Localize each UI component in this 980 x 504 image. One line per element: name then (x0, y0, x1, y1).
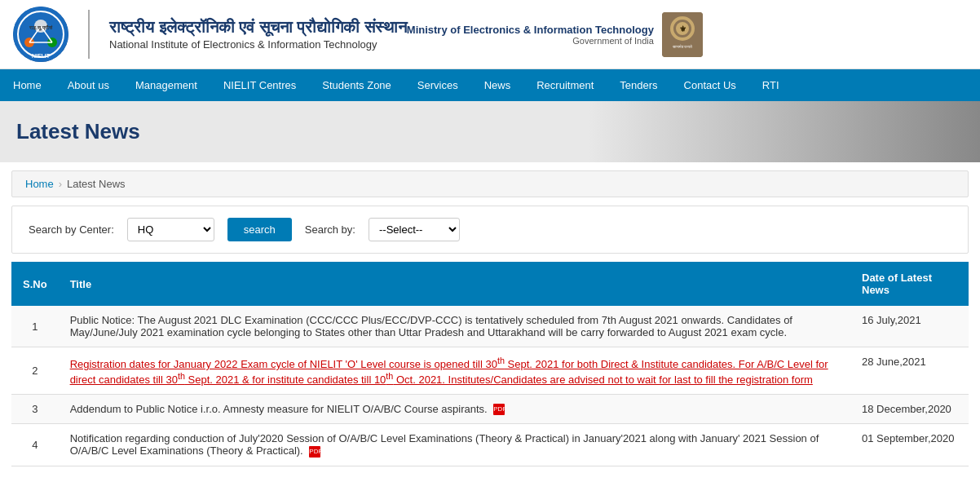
nav-rti[interactable]: RTI (749, 69, 792, 101)
breadcrumb-home[interactable]: Home (25, 178, 54, 190)
pdf-icon: PDF (493, 404, 505, 415)
nav-contact[interactable]: Contact Us (671, 69, 749, 101)
row-date: 28 June,2021 (850, 347, 969, 395)
nav-services[interactable]: Services (404, 69, 471, 101)
ministry-text: Ministry of Electronics & Information Te… (407, 24, 654, 46)
news-text: Addendum to Public Notice i.r.o. Amnesty… (70, 403, 505, 415)
col-date: Date of Latest News (850, 262, 969, 306)
row-sno: 4 (11, 424, 59, 466)
table-row: 2 Registration dates for January 2022 Ex… (11, 347, 969, 395)
nav-tenders[interactable]: Tenders (607, 69, 670, 101)
news-text: Public Notice: The August 2021 DLC Exami… (70, 314, 792, 338)
title-hindi: राष्ट्रीय इलेक्ट्रॉनिकी एवं सूचना प्रौद्… (109, 18, 407, 37)
news-link[interactable]: Registration dates for January 2022 Exam… (70, 358, 828, 385)
page-title: Latest News (16, 119, 964, 144)
row-title: Addendum to Public Notice i.r.o. Amnesty… (59, 394, 850, 424)
search-button[interactable]: search (227, 218, 292, 241)
breadcrumb-separator: › (59, 178, 62, 190)
breadcrumb-current: Latest News (67, 178, 126, 190)
svg-text:सत्यमेव जयते: सत्यमेव जयते (672, 44, 692, 49)
page-banner: Latest News (0, 101, 980, 162)
svg-text:रा.इ.सू.प्रौ.सं: रा.इ.सू.प्रौ.सं (29, 24, 54, 31)
searchby-select[interactable]: --Select-- Category Date Title (369, 218, 460, 241)
nav-news[interactable]: News (471, 69, 524, 101)
row-sno: 3 (11, 394, 59, 424)
table-row: 1 Public Notice: The August 2021 DLC Exa… (11, 306, 969, 347)
row-date: 16 July,2021 (850, 306, 969, 347)
ministry-sub: Government of India (407, 36, 654, 46)
nav-centres[interactable]: NIELIT Centres (210, 69, 309, 101)
pdf-icon: PDF (309, 446, 320, 458)
row-date: 18 December,2020 (850, 394, 969, 424)
title-english: National Institute of Electronics & Info… (109, 38, 407, 51)
row-date: 01 September,2020 (850, 424, 969, 466)
nav-students[interactable]: Students Zone (309, 69, 404, 101)
main-nav: Home About us Management NIELIT Centres … (0, 69, 980, 101)
search-bar: Search by Center: HQ Delhi Mumbai Chenna… (11, 206, 969, 254)
ministry-name: Ministry of Electronics & Information Te… (407, 24, 654, 36)
table-row: 4 Notification regarding conduction of J… (11, 424, 969, 466)
news-table: S.No Title Date of Latest News 1 Public … (11, 262, 969, 466)
row-title: Registration dates for January 2022 Exam… (59, 347, 850, 395)
svg-text:NIELIT: NIELIT (32, 53, 51, 59)
row-title: Public Notice: The August 2021 DLC Exami… (59, 306, 850, 347)
nav-management[interactable]: Management (122, 69, 210, 101)
nav-recruitment[interactable]: Recruitment (523, 69, 607, 101)
col-title: Title (59, 262, 850, 306)
nielit-logo: रा.इ.सू.प्रौ.सं NIELIT (13, 7, 68, 62)
ministry-area: Ministry of Electronics & Information Te… (407, 12, 703, 57)
table-row: 3 Addendum to Public Notice i.r.o. Amnes… (11, 394, 969, 424)
nav-about[interactable]: About us (55, 69, 122, 101)
row-sno: 1 (11, 306, 59, 347)
institute-title: राष्ट्रीय इलेक्ट्रॉनिकी एवं सूचना प्रौद्… (109, 18, 407, 51)
row-title: Notification regarding conduction of Jul… (59, 424, 850, 466)
site-header: रा.इ.सू.प्रौ.सं NIELIT राष्ट्रीय इलेक्ट्… (0, 0, 980, 69)
center-select[interactable]: HQ Delhi Mumbai Chennai Kolkata (127, 218, 214, 241)
news-text: Notification regarding conduction of Jul… (70, 432, 819, 457)
ministry-logo: Ministry of Electronics & Information Te… (407, 12, 703, 57)
logo-area: रा.इ.सू.प्रौ.सं NIELIT राष्ट्रीय इलेक्ट्… (13, 7, 407, 62)
center-label: Search by Center: (29, 223, 114, 236)
breadcrumb: Home › Latest News (11, 170, 969, 197)
table-header-row: S.No Title Date of Latest News (11, 262, 969, 306)
searchby-label: Search by: (305, 223, 355, 236)
svg-text:⚜: ⚜ (678, 24, 686, 33)
header-divider (88, 10, 90, 59)
government-emblem: ⚜ सत्यमेव जयते (662, 12, 703, 57)
nav-home[interactable]: Home (0, 69, 55, 101)
col-sno: S.No (11, 262, 59, 306)
row-sno: 2 (11, 347, 59, 395)
